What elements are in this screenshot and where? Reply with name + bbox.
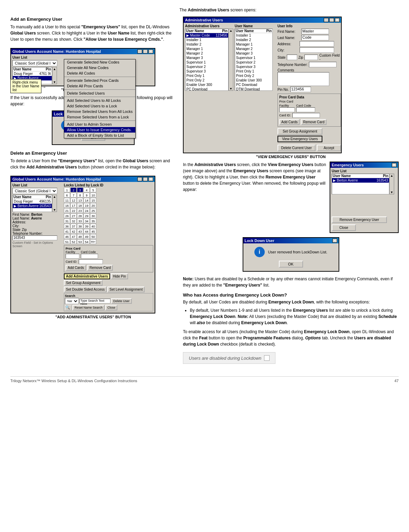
user-list-box2[interactable]: User NamePin Doug Fieger496135 ▶ Berton … [12, 195, 52, 212]
exceptions-list: By default, User Numbers 1-9 and all Use… [190, 307, 399, 326]
add-admin-users-btn[interactable]: Add Administrative Users [64, 273, 110, 279]
ctx-add-to-lock[interactable]: Add Selected Users to a Lock [64, 103, 135, 109]
lockdown-remove-titlebar: Lock Down User ✕ [243, 238, 339, 243]
adm-user-installer1[interactable]: Installer 1 [185, 38, 228, 42]
set-group-btn2[interactable]: Set Group Assignment [64, 280, 103, 286]
city-input[interactable] [300, 47, 334, 53]
lock-cell-3[interactable]: 3 [77, 187, 83, 192]
adm-close-btn[interactable]: ✕ [335, 18, 340, 22]
adm-facility-input[interactable] [279, 107, 295, 112]
ctx-generate-selected[interactable]: Generate Selected New Codes [64, 59, 135, 65]
max-btn2[interactable]: □ [143, 177, 148, 181]
global-users-title: Global Users Account Name: Hunterdon Hos… [12, 49, 101, 54]
pin-no-input[interactable]: 123456 [290, 87, 311, 92]
search-input2[interactable]: Type Search Text Here [79, 299, 110, 303]
lock-cell[interactable]: 1 [64, 187, 70, 192]
ctx-remove-from-lock[interactable]: Remove Selected Users from a Lock [64, 114, 135, 120]
delete-user-btn2[interactable]: Delete User [111, 298, 132, 304]
minimize-btn[interactable]: _ [137, 49, 142, 54]
ctx-add-all-locks[interactable]: Add Selected Users to All Locks [64, 98, 135, 103]
ctx-allow-emergency[interactable]: Allow User to Issue Emergency Cmds. [64, 127, 135, 133]
tel-input[interactable] [309, 62, 337, 67]
address-input[interactable] [300, 41, 334, 47]
ctx-generate-prox[interactable]: Generate Selected Prox Cards [64, 78, 135, 83]
ctx-delete-all-codes[interactable]: Delete All Codes [64, 70, 135, 76]
footer-page-number: 47 [395, 379, 399, 383]
eu-user-row[interactable]: ▶ Berton Averre163543 [332, 178, 389, 183]
adm-user-master[interactable]: ▶ Master Code123456 [185, 33, 228, 38]
lockdown-remove-msg: User removed from LockDown List. [268, 250, 328, 254]
ctx-add-admin[interactable]: Add User to Admin Screen [64, 122, 135, 127]
top-heading: The Administrative Users screen opens: [179, 7, 399, 13]
adm-username-list[interactable]: User NamePin Installer 1 Installer 2 Man… [235, 29, 273, 91]
user-list-scrollbar[interactable]: ▲ ▼ [52, 67, 57, 84]
user-row2b[interactable]: ▶ Berton Averre163543 [13, 204, 52, 208]
right-column: Administrative Users _ □ ✕ Administrativ… [183, 17, 399, 369]
classic-sort-dropdown[interactable]: Classic Sort (Global ID) [12, 60, 57, 66]
eu-close-btn[interactable]: ✕ [392, 163, 397, 167]
set-level-btn2[interactable]: Set Level Assignment [107, 287, 145, 292]
set-double-sided-btn[interactable]: Set Double Sided Access [64, 287, 107, 292]
lr-close-btn[interactable]: ✕ [332, 239, 337, 243]
facility-field2[interactable] [66, 254, 79, 259]
adm-max-btn[interactable]: □ [329, 18, 334, 22]
close-btn2[interactable]: ✕ [148, 177, 153, 181]
user-list-label: User List [12, 56, 62, 59]
view-emergency-users-btn[interactable]: View Emergency Users [277, 136, 322, 142]
right-text1: In the Administrative Users screen, clic… [183, 162, 326, 233]
add-emergency-user-heading: Add an Emergency User [10, 17, 176, 22]
remove-emergency-user-btn[interactable]: Remove Emergency User [332, 216, 387, 223]
close-btn[interactable]: ✕ [148, 49, 153, 54]
user-info-label: User Info [277, 24, 341, 28]
lock-cell-5[interactable]: 5 [90, 187, 96, 192]
add-cards-btn2[interactable]: Add Cards [66, 265, 86, 271]
adm-remove-card-btn[interactable]: Remove Card [301, 119, 327, 125]
lockdown-checkbox[interactable] [264, 355, 270, 361]
adm-card-code-input[interactable] [296, 107, 315, 112]
comments-input[interactable] [277, 72, 329, 86]
classic-sort2[interactable]: Classic Sort (Global ID) [12, 188, 57, 194]
ctx-delete-selected[interactable]: Delete Selected Users [64, 90, 135, 96]
emergency-users-titlebar: Emergency Users ✕ [330, 162, 398, 168]
search-type-dropdown2[interactable]: Name [65, 298, 79, 304]
first-name-label: First Name: [277, 30, 300, 33]
lock-cell-2[interactable]: 2 [70, 187, 77, 192]
lockdown-remove-dialog: Lock Down User ✕ i User removed from Loc… [243, 237, 339, 272]
scrollbar2[interactable]: ▲▼ [52, 195, 57, 212]
search-icon[interactable]: 🔍 [65, 305, 72, 310]
adm-user-installer2[interactable]: Installer 2 [185, 42, 228, 47]
adm-min-btn[interactable]: _ [324, 18, 329, 22]
ctx-remove-all-locks[interactable]: Remove Selected Users from All Locks [64, 109, 135, 114]
user-row2a[interactable]: Doug Fieger496135 [13, 199, 52, 204]
card-id-field2[interactable] [79, 259, 103, 264]
close-btn-3[interactable]: Close [105, 305, 117, 310]
ctx-delete-prox[interactable]: Delete All Prox Cards [64, 83, 135, 89]
hide-pin-btn2[interactable]: Hide Pin [111, 273, 128, 279]
global-users-dialog2: Global Users Account Name: Hunterdon Hos… [10, 176, 155, 313]
ctx-generate-all[interactable]: Generate All New Codes [64, 65, 135, 70]
state-input[interactable] [287, 55, 297, 60]
accept-btn[interactable]: Accept [317, 145, 341, 151]
first-name-input[interactable]: Master [301, 29, 329, 34]
ctx-add-block[interactable]: Add a Block of Empty Slots to List [64, 133, 135, 138]
zip-input[interactable] [304, 55, 318, 60]
adm-add-cards-btn[interactable]: Add Cards [279, 119, 300, 125]
adm-card-id-input[interactable] [292, 113, 320, 118]
card-code-field2[interactable] [81, 254, 98, 259]
set-group-assignment-btn[interactable]: Set Group Assignment [277, 128, 322, 135]
eu-scrollbar[interactable]: ▲▼ [389, 174, 394, 194]
remove-card-btn2[interactable]: Remove Card [87, 265, 113, 271]
pin-field2[interactable]: 163543 [12, 235, 57, 240]
eu-close-button[interactable]: Close [332, 224, 356, 231]
reset-name-search-btn2[interactable]: Reset Name Search [72, 305, 105, 310]
lock-cell-4[interactable]: 4 [84, 187, 90, 192]
adm-user-scrollbar[interactable]: ▲▼ [228, 29, 233, 91]
min-btn2[interactable]: _ [137, 177, 142, 181]
eu-user-list[interactable]: User NamePin ▶ Berton Averre163543 [332, 174, 389, 194]
lockdown-remove-ok-btn[interactable]: OK [279, 261, 303, 268]
adm-user-list[interactable]: User NamePin ▶ Master Code123456 Install… [185, 29, 228, 91]
user-row[interactable]: Doug Fieger4761 9t [13, 71, 52, 76]
maximize-btn[interactable]: □ [143, 49, 148, 54]
last-name-input[interactable]: Code [301, 35, 329, 40]
delete-current-user-btn[interactable]: Delete Current User [277, 145, 315, 151]
